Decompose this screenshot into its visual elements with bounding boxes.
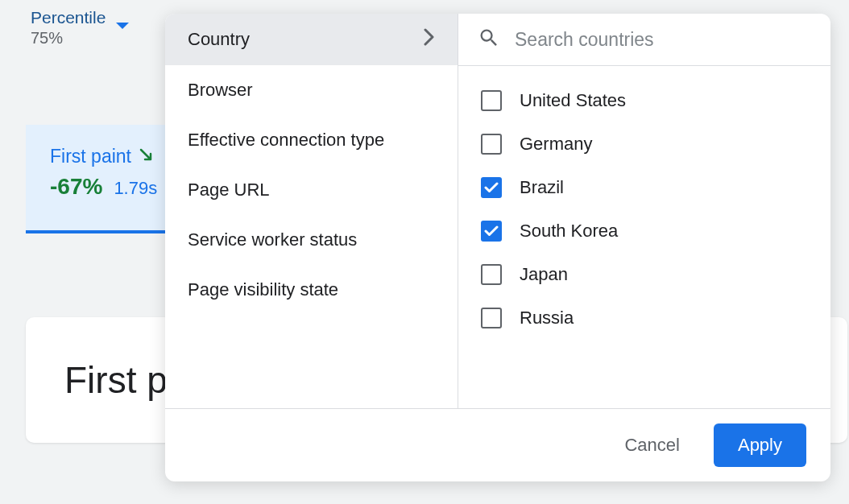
search-icon — [478, 27, 500, 52]
category-item[interactable]: Page visibility state — [165, 265, 458, 315]
checkbox[interactable] — [481, 134, 502, 155]
cancel-button[interactable]: Cancel — [615, 427, 689, 464]
option-label: Brazil — [520, 177, 564, 198]
option-item[interactable]: Germany — [458, 122, 830, 166]
apply-button[interactable]: Apply — [714, 423, 806, 467]
category-label: Service worker status — [188, 229, 357, 250]
category-label: Country — [188, 29, 250, 50]
option-item[interactable]: United States — [458, 79, 830, 122]
category-label: Page URL — [188, 180, 270, 200]
percentile-label: Percentile — [31, 8, 106, 27]
popup-footer: Cancel Apply — [165, 408, 830, 481]
category-label: Page visibility state — [188, 279, 338, 300]
option-label: South Korea — [520, 221, 618, 242]
checkbox[interactable] — [481, 90, 502, 111]
option-label: Russia — [520, 308, 574, 328]
category-item[interactable]: Service worker status — [165, 215, 458, 265]
option-label: Germany — [520, 134, 592, 155]
percentile-text: Percentile 75% — [31, 8, 106, 48]
trend-down-icon — [139, 147, 155, 167]
checkbox[interactable] — [481, 177, 502, 198]
popup-body: CountryBrowserEffective connection typeP… — [165, 14, 830, 408]
checkbox[interactable] — [481, 264, 502, 285]
search-input[interactable] — [515, 29, 811, 51]
option-label: Japan — [520, 264, 568, 285]
options-panel: United StatesGermanyBrazilSouth KoreaJap… — [458, 14, 830, 408]
checkbox[interactable] — [481, 221, 502, 242]
option-item[interactable]: Russia — [458, 296, 830, 340]
percentile-filter[interactable]: Percentile 75% — [31, 8, 130, 48]
metric-title: First paint — [50, 146, 131, 167]
category-item[interactable]: Effective connection type — [165, 115, 458, 165]
option-item[interactable]: Japan — [458, 253, 830, 296]
option-item[interactable]: South Korea — [458, 209, 830, 253]
category-item[interactable]: Page URL — [165, 165, 458, 215]
category-list: CountryBrowserEffective connection typeP… — [165, 14, 458, 408]
dropdown-arrow-icon — [115, 19, 130, 34]
option-item[interactable]: Brazil — [458, 166, 830, 209]
category-item[interactable]: Country — [165, 14, 458, 65]
checkbox[interactable] — [481, 308, 502, 328]
category-label: Effective connection type — [188, 130, 384, 151]
metric-time: 1.79s — [114, 178, 157, 199]
option-label: United States — [520, 90, 626, 111]
page-title: First p — [64, 358, 168, 402]
percentile-value: 75% — [31, 29, 106, 48]
category-label: Browser — [188, 80, 253, 101]
chevron-right-icon — [424, 28, 435, 51]
filter-popup: CountryBrowserEffective connection typeP… — [165, 14, 830, 481]
category-item[interactable]: Browser — [165, 65, 458, 115]
metric-percent: -67% — [50, 174, 102, 200]
search-row — [458, 14, 830, 66]
options-list: United StatesGermanyBrazilSouth KoreaJap… — [458, 66, 830, 408]
